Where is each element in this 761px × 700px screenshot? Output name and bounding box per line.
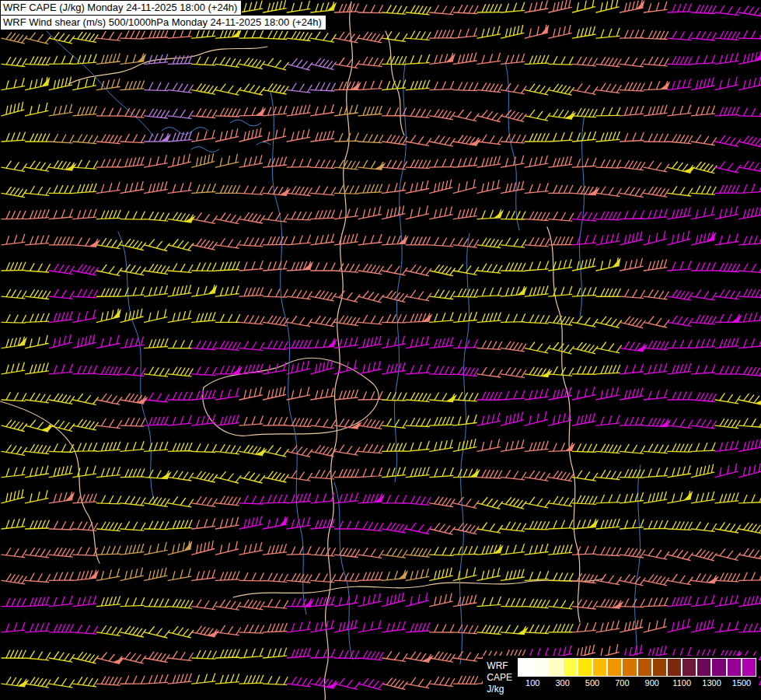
wind-barbs	[145, 54, 337, 142]
legend-tick-value: 100	[525, 678, 539, 688]
country-border-line	[233, 579, 603, 597]
legend-swatch	[607, 658, 622, 677]
wind-barb-pennants	[18, 2, 761, 686]
legend-swatch	[532, 658, 547, 677]
legend-tick-value: 500	[585, 678, 599, 688]
river-line	[47, 31, 154, 137]
legend-swatch	[592, 658, 607, 677]
legend-units-label: J/kg	[487, 684, 512, 695]
legend-swatch	[637, 658, 652, 677]
legend: WRF CAPE J/kg 10030050070090011001300150…	[483, 656, 759, 697]
legend-swatch	[727, 658, 742, 677]
legend-bar: 100300500700900110013001500	[518, 658, 756, 689]
legend-swatch	[518, 658, 532, 677]
legend-tick-value: 900	[645, 678, 659, 688]
legend-tick-value: 700	[615, 678, 629, 688]
legend-tick-labels: 100300500700900110013001500	[518, 677, 756, 689]
country-border-line	[68, 47, 267, 84]
map-title-block: WRF CAPE (J/kg) Monday 24-11-2025 18:00 …	[0, 0, 326, 30]
legend-swatch	[742, 658, 756, 677]
legend-swatch	[696, 658, 711, 677]
weather-map-canvas	[0, 0, 761, 700]
weather-map-screen: WRF CAPE (J/kg) Monday 24-11-2025 18:00 …	[0, 0, 761, 700]
river-line	[579, 115, 585, 317]
legend-tick-value: 1300	[702, 678, 721, 688]
map-title-cape: WRF CAPE (J/kg) Monday 24-11-2025 18:00 …	[0, 0, 242, 16]
legend-tick-value: 1100	[672, 678, 691, 688]
river-line	[271, 92, 306, 614]
legend-model-label: WRF	[487, 660, 512, 672]
country-border-line	[386, 31, 404, 135]
legend-swatch	[652, 658, 667, 677]
legend-swatch	[547, 658, 562, 677]
legend-swatch	[578, 658, 592, 677]
legend-color-scale	[518, 658, 756, 677]
legend-swatch	[563, 658, 578, 677]
river-line	[334, 482, 353, 660]
wind-barb-pennants	[65, 0, 719, 663]
legend-tick-value: 300	[555, 678, 569, 688]
country-border-line	[324, 2, 352, 700]
legend-swatch	[682, 658, 696, 677]
legend-variable-label: CAPE	[487, 672, 512, 684]
legend-swatch	[622, 658, 637, 677]
legend-tick-value: 1500	[732, 678, 751, 688]
legend-labels: WRF CAPE J/kg	[487, 658, 512, 695]
legend-swatch	[667, 658, 682, 677]
map-title-windshear: WRF Wind shear (m/s) 500/1000hPa Monday …	[0, 15, 326, 30]
legend-swatch	[711, 658, 726, 677]
